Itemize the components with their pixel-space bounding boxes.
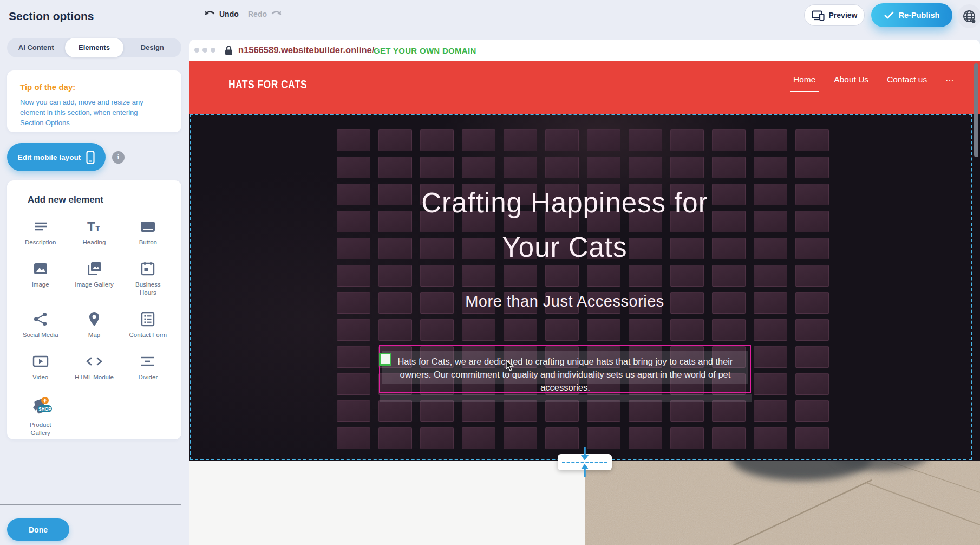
tab-design[interactable]: Design (123, 38, 181, 57)
button-icon (140, 218, 156, 235)
site-header (189, 61, 980, 114)
get-your-own-domain-link[interactable]: GET YOUR OWN DOMAIN (374, 46, 476, 55)
nav-home[interactable]: Home (793, 75, 815, 85)
devices-icon (812, 10, 825, 21)
svg-text:T: T (87, 219, 95, 234)
hero-subheading[interactable]: More than Just Accessories (189, 293, 940, 310)
republish-button[interactable]: Re-Publish (871, 3, 952, 27)
globe-icon (962, 9, 976, 23)
description-icon (32, 218, 49, 235)
undo-icon (204, 10, 215, 18)
tip-title: Tip of the day: (20, 82, 168, 92)
social-media-icon (32, 311, 49, 327)
browser-dot (211, 48, 215, 53)
preview-scrollbar[interactable] (974, 63, 978, 157)
text-element-footer-strip (380, 394, 752, 402)
site-url[interactable]: n1566589.websitebuilder.online/ (238, 45, 374, 55)
hero-heading[interactable]: Crafting Happiness for Your Cats (189, 181, 940, 270)
element-product-gallery[interactable]: SHOP Product Gallery (14, 395, 67, 437)
tab-ai-content[interactable]: AI Content (7, 38, 65, 57)
paving-photo[interactable] (585, 461, 980, 545)
panel-tabs: AI Content Elements Design (7, 38, 181, 57)
panel-divider (0, 504, 181, 505)
element-image[interactable]: Image (14, 261, 67, 297)
nav-contact-us[interactable]: Contact us (887, 75, 927, 85)
element-drag-handle[interactable] (379, 353, 391, 366)
resize-arrows-icon (578, 446, 591, 478)
video-icon (32, 353, 49, 369)
element-grid: Description T т Heading Button Image (14, 218, 175, 437)
contact-form-icon (140, 311, 156, 327)
svg-text:т: т (95, 223, 100, 233)
hero-paragraph[interactable]: Hats for Cats, we are dedicated to craft… (386, 355, 745, 394)
nav-about-us[interactable]: About Us (834, 75, 868, 85)
browser-dot (194, 48, 199, 53)
page-title: Section options (9, 10, 94, 23)
heading-icon: T т (86, 218, 102, 235)
tip-body: Now you can add, move and resize any ele… (20, 98, 160, 128)
hero-section[interactable]: Crafting Happiness for Your Cats More th… (189, 114, 980, 461)
info-icon[interactable]: i (112, 151, 125, 164)
nav-more[interactable]: ··· (945, 75, 954, 85)
html-module-icon (85, 353, 103, 369)
phone-icon (86, 151, 95, 164)
element-divider[interactable]: Divider (121, 353, 175, 381)
element-map[interactable]: Map (67, 311, 121, 339)
text-element-selection[interactable]: Hats for Cats, we are dedicated to craft… (379, 345, 751, 393)
browser-dot (202, 48, 207, 53)
next-section-blank[interactable] (189, 461, 585, 545)
element-heading[interactable]: T т Heading (67, 218, 121, 246)
redo-icon (271, 10, 282, 18)
site-logo[interactable]: HATS FOR CATS (228, 78, 307, 92)
image-gallery-icon (86, 261, 103, 277)
element-image-gallery[interactable]: Image Gallery (67, 261, 121, 297)
business-hours-icon (140, 261, 156, 277)
undo-button[interactable]: Undo (204, 10, 239, 18)
element-html-module[interactable]: HTML Module (67, 353, 121, 381)
product-gallery-icon: SHOP (29, 395, 53, 417)
element-button[interactable]: Button (121, 218, 175, 246)
checkmark-icon (884, 11, 894, 19)
tip-of-the-day-card: Tip of the day: Now you can add, move an… (7, 70, 181, 132)
add-element-title: Add new element (28, 194, 175, 205)
element-video[interactable]: Video (14, 353, 67, 381)
preview-button[interactable]: Preview (804, 4, 865, 26)
language-globe-button[interactable] (957, 4, 980, 28)
edit-mobile-layout-label: Edit mobile layout (18, 153, 81, 161)
tab-elements[interactable]: Elements (65, 38, 123, 57)
element-description[interactable]: Description (14, 218, 67, 246)
element-contact-form[interactable]: Contact Form (121, 311, 175, 339)
divider-icon (140, 353, 156, 369)
edit-mobile-layout-button[interactable]: Edit mobile layout (7, 143, 106, 171)
done-button[interactable]: Done (7, 518, 69, 541)
element-business-hours[interactable]: Business Hours (121, 261, 175, 297)
site-nav: Home About Us Contact us ··· (793, 75, 954, 85)
map-icon (86, 311, 102, 327)
svg-text:SHOP: SHOP (38, 406, 51, 411)
add-element-card: Add new element Description T т Heading … (7, 180, 181, 439)
element-social-media[interactable]: Social Media (14, 311, 67, 339)
lock-icon (225, 46, 233, 55)
section-resize-handle[interactable] (558, 454, 612, 470)
hero-content: Crafting Happiness for Your Cats More th… (189, 114, 940, 461)
image-icon (32, 261, 49, 277)
redo-button[interactable]: Redo (248, 10, 282, 18)
